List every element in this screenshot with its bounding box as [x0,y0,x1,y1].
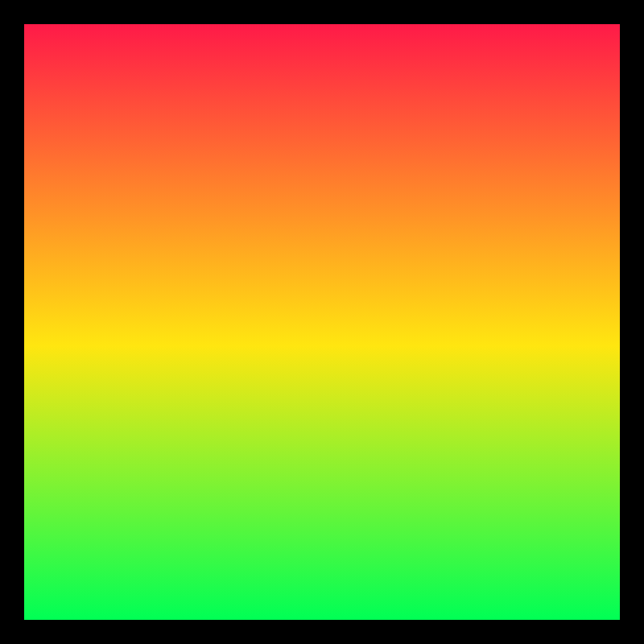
chart-container [0,0,644,644]
plot-area [24,24,620,620]
bottleneck-chart [0,0,644,644]
